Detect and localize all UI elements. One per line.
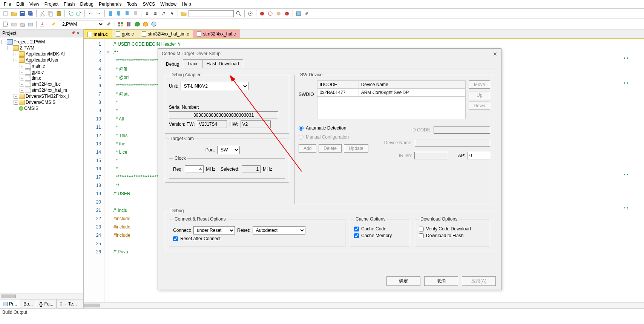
expander-icon[interactable]: −: [8, 46, 12, 50]
tab-project[interactable]: Pr...: [0, 299, 20, 308]
menu-svcs[interactable]: SVCS: [143, 2, 155, 7]
ok-button[interactable]: 确定: [386, 276, 420, 286]
tab-flash-download[interactable]: Flash Download: [202, 59, 243, 68]
cache-memory-checkbox[interactable]: [354, 233, 359, 238]
expander-icon[interactable]: −: [14, 58, 18, 62]
find-icon[interactable]: [235, 10, 242, 17]
redo-icon[interactable]: [75, 10, 82, 17]
expander-icon[interactable]: +: [14, 52, 18, 56]
pack-installer-icon[interactable]: [134, 21, 141, 28]
build-icon[interactable]: [11, 21, 17, 28]
expander-icon[interactable]: +: [14, 94, 18, 99]
project-tree[interactable]: −Project: 2.PWM −2.PWM +Application/MDK-…: [0, 37, 83, 293]
download-flash-checkbox[interactable]: [419, 233, 424, 238]
target-options-icon[interactable]: [51, 21, 57, 28]
nav-fwd-icon[interactable]: →: [95, 10, 102, 17]
copy-icon[interactable]: [47, 10, 54, 17]
expander-icon[interactable]: +: [20, 76, 24, 80]
menu-debug[interactable]: Debug: [80, 2, 94, 7]
cache-code-checkbox[interactable]: [354, 227, 359, 231]
tab-main-c[interactable]: main.c: [84, 29, 112, 38]
expander-icon[interactable]: +: [20, 82, 24, 86]
breakpoint-disable-icon[interactable]: [275, 10, 282, 17]
menu-window[interactable]: Window: [160, 2, 176, 7]
menu-flash[interactable]: Flash: [64, 2, 75, 7]
menu-peripherals[interactable]: Peripherals: [99, 2, 122, 7]
tree-group[interactable]: Drivers/CMSIS: [26, 100, 55, 105]
port-select[interactable]: SW: [217, 146, 240, 154]
dialog-close-icon[interactable]: ✕: [493, 51, 497, 57]
sw-device-table[interactable]: IDCODEDevice Name 0x2BA01477ARM CoreSigh…: [317, 80, 466, 119]
editor-hscroll[interactable]: [84, 302, 644, 308]
menu-project[interactable]: Project: [44, 2, 58, 7]
req-field[interactable]: [185, 165, 204, 173]
save-icon[interactable]: [19, 10, 26, 17]
new-file-icon[interactable]: [2, 10, 9, 17]
tab-trace[interactable]: Trace: [183, 59, 202, 68]
comment-icon[interactable]: //: [160, 10, 167, 17]
open-icon[interactable]: [11, 10, 17, 17]
expander-icon[interactable]: +: [14, 100, 18, 105]
tab-functions[interactable]: {}Fu...: [36, 299, 57, 308]
tree-group[interactable]: Application/User: [26, 57, 58, 63]
download-icon[interactable]: [39, 21, 46, 28]
menu-tools[interactable]: Tools: [127, 2, 138, 7]
save-all-icon[interactable]: [27, 10, 34, 17]
connect-select[interactable]: under Reset: [193, 226, 235, 235]
manual-config-radio[interactable]: [299, 135, 304, 140]
project-hscroll[interactable]: [0, 293, 83, 299]
tree-group[interactable]: Application/MDK-Al: [26, 51, 64, 57]
fold-column[interactable]: ⊟: [104, 39, 111, 302]
target-select[interactable]: 2.PWM: [59, 20, 104, 28]
translate-icon[interactable]: [2, 21, 9, 28]
breakpoint-enable-icon[interactable]: [267, 10, 274, 17]
pane-close-icon[interactable]: ✕: [77, 31, 81, 35]
auto-detect-radio[interactable]: [299, 126, 304, 131]
unit-select[interactable]: ST-LINK/V2: [181, 82, 248, 90]
bookmark-clear-icon[interactable]: [132, 10, 139, 17]
configure-icon[interactable]: [304, 10, 310, 17]
batch-build-icon[interactable]: [27, 21, 34, 28]
tab-hal-c[interactable]: stm32f4xx_hal.c: [193, 29, 240, 38]
menu-file[interactable]: File: [4, 2, 11, 7]
cut-icon[interactable]: [39, 10, 46, 17]
expander-icon[interactable]: −: [2, 40, 6, 44]
tree-file[interactable]: stm32f4xx_it.c: [32, 82, 61, 87]
tree-file[interactable]: gpio.c: [32, 69, 44, 75]
find-in-files-icon[interactable]: [180, 10, 187, 17]
tab-debug[interactable]: Debug: [162, 60, 183, 68]
pin-icon[interactable]: 📌: [71, 31, 76, 35]
apply-button[interactable]: 应用(A): [462, 276, 496, 286]
breakpoint-kill-icon[interactable]: [284, 10, 290, 17]
find-input[interactable]: [189, 10, 234, 17]
breakpoint-insert-icon[interactable]: [259, 10, 265, 17]
tab-templates[interactable]: 0→Te...: [57, 299, 80, 308]
bookmark-next-icon[interactable]: [124, 10, 130, 17]
delete-button[interactable]: Delete: [319, 144, 342, 153]
menu-help[interactable]: Help: [182, 2, 191, 7]
up-button[interactable]: Up: [469, 91, 490, 99]
cancel-button[interactable]: 取消: [424, 276, 458, 286]
menu-view[interactable]: View: [29, 2, 39, 7]
expander-icon[interactable]: +: [20, 88, 24, 93]
expander-icon[interactable]: +: [20, 70, 24, 74]
reset-select[interactable]: Autodetect: [253, 226, 305, 235]
nav-back-icon[interactable]: ←: [87, 10, 94, 17]
bookmark-prev-icon[interactable]: [115, 10, 122, 17]
tree-file[interactable]: main.c: [32, 63, 45, 69]
indent-icon[interactable]: ≡: [144, 10, 150, 17]
reset-after-checkbox[interactable]: [173, 236, 178, 241]
down-button[interactable]: Down: [469, 102, 490, 110]
add-button[interactable]: Add: [299, 144, 316, 153]
tab-books[interactable]: Bo...: [20, 299, 36, 308]
options-icon[interactable]: [106, 21, 112, 28]
expander-icon[interactable]: +: [20, 64, 24, 68]
tree-file[interactable]: stm32f4xx_hal_m: [32, 88, 67, 93]
uncomment-icon[interactable]: //: [169, 10, 175, 17]
paste-icon[interactable]: [55, 10, 62, 17]
debug-start-icon[interactable]: [247, 10, 254, 17]
verify-checkbox[interactable]: [419, 227, 424, 231]
manage-rte-icon[interactable]: [117, 21, 124, 28]
tree-group[interactable]: Drivers/STM32F4xx_l: [26, 94, 69, 99]
pack-web-icon[interactable]: [150, 21, 157, 28]
